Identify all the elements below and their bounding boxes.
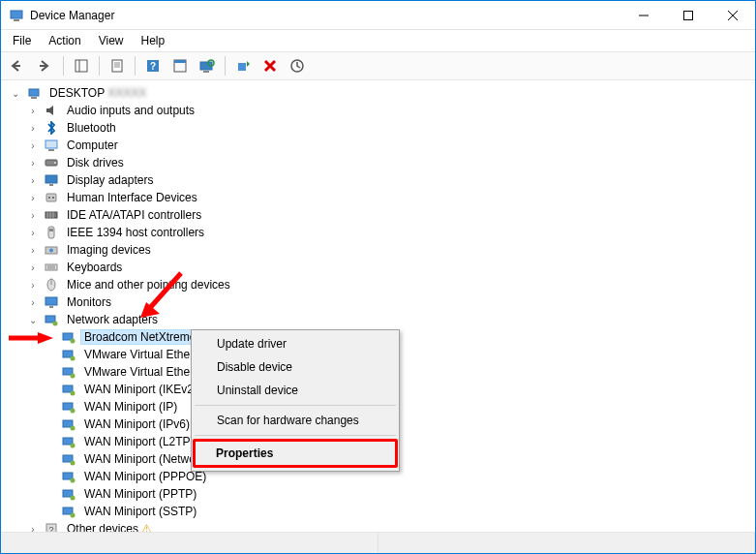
tree-category[interactable]: ›Computer <box>5 137 755 154</box>
keyboard-icon <box>44 260 59 275</box>
svg-rect-23 <box>29 89 39 96</box>
tree-category[interactable]: ›Display adapters <box>5 171 755 189</box>
ctx-separator <box>195 405 396 406</box>
expand-collapse-icon[interactable]: › <box>26 280 40 291</box>
toolbar-separator <box>135 56 136 76</box>
minimize-button[interactable] <box>621 1 666 29</box>
toolbar-separator <box>99 56 100 76</box>
expand-collapse-icon[interactable]: › <box>26 106 40 116</box>
ctx-properties[interactable]: Properties <box>196 442 395 465</box>
tree-item-label: WAN Miniport (PPTP) <box>80 487 200 501</box>
tree-item-label: DESKTOP XXXXX <box>45 86 150 100</box>
svg-rect-31 <box>46 194 56 201</box>
svg-point-56 <box>71 374 76 379</box>
tree-category[interactable]: ›IDE ATA/ATAPI controllers <box>5 206 755 224</box>
tree-category[interactable]: ›Audio inputs and outputs <box>5 102 755 119</box>
tree-item-label: IEEE 1394 host controllers <box>63 226 208 239</box>
tree-category[interactable]: ⌄Network adapters <box>5 311 755 328</box>
bluetooth-icon <box>44 120 59 136</box>
tree-item-label: Display adapters <box>63 173 157 187</box>
svg-rect-1 <box>14 19 19 21</box>
tree-item-label: WAN Miniport (PPPOE) <box>80 470 210 483</box>
svg-rect-38 <box>48 227 54 238</box>
menu-help[interactable]: Help <box>134 32 173 49</box>
tree-item-label: WAN Miniport (SSTP) <box>80 505 200 518</box>
network-icon <box>61 434 76 449</box>
titlebar: Device Manager <box>1 1 755 30</box>
svg-rect-3 <box>684 11 693 19</box>
action-button[interactable] <box>168 54 192 77</box>
ctx-scan-hardware[interactable]: Scan for hardware changes <box>194 409 397 432</box>
ctx-disable-device[interactable]: Disable device <box>194 355 397 379</box>
help-button[interactable]: ? <box>141 54 165 77</box>
expand-collapse-icon[interactable]: ⌄ <box>9 88 22 99</box>
statusbar <box>1 532 755 553</box>
tree-root[interactable]: ⌄DESKTOP XXXXX <box>5 84 755 102</box>
svg-point-54 <box>71 356 76 361</box>
tree-item-label: Mice and other pointing devices <box>63 278 234 292</box>
tree-item[interactable]: WAN Miniport (PPTP) <box>5 485 755 503</box>
svg-rect-47 <box>45 297 57 305</box>
network-icon <box>61 329 76 345</box>
tree-item-label: Human Interface Devices <box>63 191 201 204</box>
toolbar: ? <box>1 51 755 80</box>
tree-category[interactable]: ›IEEE 1394 host controllers <box>5 224 755 241</box>
toolbar-separator <box>225 56 226 76</box>
ctx-uninstall-device[interactable]: Uninstall device <box>194 379 397 402</box>
network-icon <box>61 451 76 467</box>
uninstall-button[interactable] <box>258 54 282 77</box>
enable-button[interactable] <box>231 54 255 77</box>
expand-collapse-icon[interactable]: › <box>26 228 40 238</box>
properties-button[interactable] <box>106 54 129 77</box>
maximize-button[interactable] <box>666 1 711 29</box>
expand-collapse-icon[interactable]: › <box>26 262 40 273</box>
svg-rect-26 <box>48 149 54 151</box>
expand-collapse-icon[interactable]: ⌄ <box>26 315 40 325</box>
computer-icon <box>44 138 59 153</box>
menu-view[interactable]: View <box>91 32 132 49</box>
tree-category[interactable]: ›Disk drives <box>5 154 755 171</box>
expand-collapse-icon[interactable]: › <box>26 175 40 186</box>
scan-hardware-button[interactable] <box>196 54 219 77</box>
expand-collapse-icon[interactable]: › <box>26 297 40 308</box>
svg-text:?: ? <box>150 61 156 72</box>
ctx-update-driver[interactable]: Update driver <box>194 332 397 355</box>
expand-collapse-icon[interactable]: › <box>26 158 40 169</box>
context-menu: Update driver Disable device Uninstall d… <box>191 329 400 472</box>
svg-rect-61 <box>63 420 73 427</box>
network-icon <box>61 486 76 502</box>
update-driver-button[interactable] <box>286 54 309 77</box>
tree-item-label: IDE ATA/ATAPI controllers <box>63 208 205 222</box>
svg-rect-55 <box>63 368 73 375</box>
tree-category[interactable]: ›Keyboards <box>5 259 755 276</box>
network-icon <box>61 416 76 432</box>
svg-point-33 <box>52 197 54 199</box>
ctx-separator <box>195 435 396 436</box>
svg-point-64 <box>71 444 76 448</box>
tree-category[interactable]: ›Mice and other pointing devices <box>5 276 755 293</box>
show-hide-tree-button[interactable] <box>70 54 93 77</box>
svg-rect-71 <box>63 508 73 514</box>
expand-collapse-icon[interactable]: › <box>26 245 40 256</box>
tree-item-label: Network adapters <box>63 313 162 326</box>
svg-point-66 <box>71 461 76 466</box>
window-title: Device Manager <box>30 9 621 22</box>
tree-category[interactable]: ›?Other devices ⚠ <box>5 520 755 532</box>
network-icon <box>61 504 76 519</box>
tree-item[interactable]: WAN Miniport (SSTP) <box>5 503 755 520</box>
tree-category[interactable]: ›Monitors <box>5 293 755 311</box>
expand-collapse-icon[interactable]: › <box>26 193 40 203</box>
close-button[interactable] <box>711 1 755 29</box>
forward-button[interactable] <box>34 54 57 77</box>
back-button[interactable] <box>7 54 30 77</box>
ieee-icon <box>44 225 59 240</box>
expand-collapse-icon[interactable]: › <box>26 210 40 221</box>
expand-collapse-icon[interactable]: › <box>26 524 40 533</box>
expand-collapse-icon[interactable]: › <box>26 123 40 134</box>
tree-category[interactable]: ›Human Interface Devices <box>5 189 755 206</box>
menu-action[interactable]: Action <box>41 32 88 49</box>
expand-collapse-icon[interactable]: › <box>26 140 40 151</box>
tree-category[interactable]: ›Imaging devices <box>5 241 755 259</box>
tree-category[interactable]: ›Bluetooth <box>5 119 755 137</box>
menu-file[interactable]: File <box>5 32 39 49</box>
